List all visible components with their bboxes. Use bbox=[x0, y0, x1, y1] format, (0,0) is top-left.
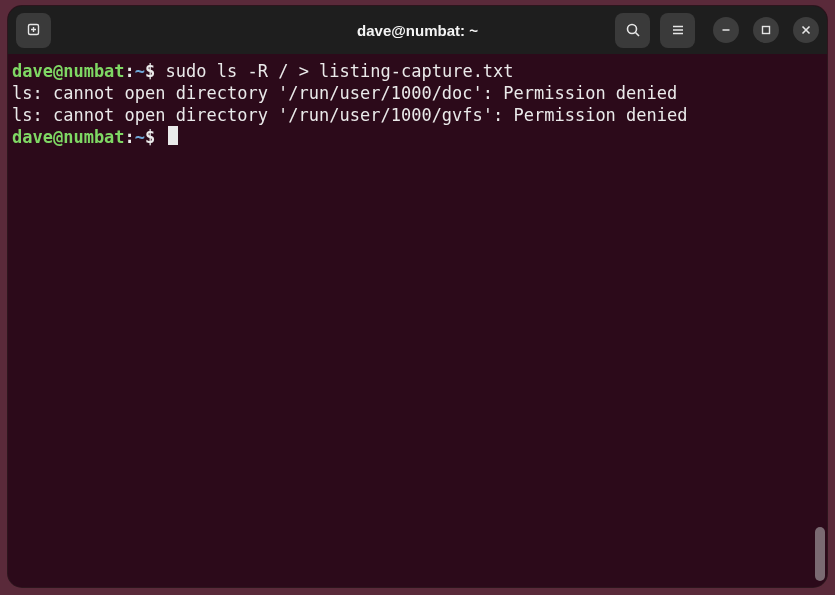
prompt-colon: : bbox=[125, 127, 135, 147]
terminal-output-line: ls: cannot open directory '/run/user/100… bbox=[12, 82, 823, 104]
maximize-icon bbox=[760, 24, 772, 36]
close-button[interactable] bbox=[793, 17, 819, 43]
prompt-cwd: ~ bbox=[135, 127, 145, 147]
prompt-symbol: $ bbox=[145, 127, 155, 147]
new-tab-icon bbox=[26, 22, 42, 38]
svg-point-3 bbox=[627, 25, 636, 34]
prompt-colon: : bbox=[125, 61, 135, 81]
prompt-user-host: dave@numbat bbox=[12, 61, 125, 81]
terminal-output-line: ls: cannot open directory '/run/user/100… bbox=[12, 104, 823, 126]
minimize-icon bbox=[720, 24, 732, 36]
titlebar: dave@numbat: ~ bbox=[8, 6, 827, 54]
prompt-user-host: dave@numbat bbox=[12, 127, 125, 147]
menu-icon bbox=[670, 22, 686, 38]
menu-button[interactable] bbox=[660, 13, 695, 48]
new-tab-button[interactable] bbox=[16, 13, 51, 48]
command-text: sudo ls -R / > listing-capture.txt bbox=[155, 61, 513, 81]
prompt-symbol: $ bbox=[145, 61, 155, 81]
svg-rect-9 bbox=[763, 27, 770, 34]
cursor bbox=[168, 126, 178, 145]
prompt-cwd: ~ bbox=[135, 61, 145, 81]
search-icon bbox=[625, 22, 641, 38]
terminal-body[interactable]: dave@numbat:~$ sudo ls -R / > listing-ca… bbox=[8, 54, 827, 587]
terminal-window: dave@numbat: ~ bbox=[8, 6, 827, 587]
scrollbar-thumb[interactable] bbox=[815, 527, 825, 581]
terminal-line: dave@numbat:~$ bbox=[12, 126, 823, 148]
minimize-button[interactable] bbox=[713, 17, 739, 43]
svg-line-4 bbox=[635, 33, 639, 37]
search-button[interactable] bbox=[615, 13, 650, 48]
terminal-line: dave@numbat:~$ sudo ls -R / > listing-ca… bbox=[12, 60, 823, 82]
close-icon bbox=[800, 24, 812, 36]
maximize-button[interactable] bbox=[753, 17, 779, 43]
